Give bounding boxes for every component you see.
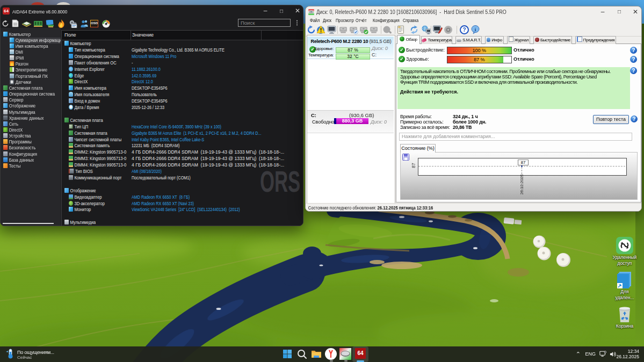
svg-text:?: ?: [462, 27, 466, 33]
